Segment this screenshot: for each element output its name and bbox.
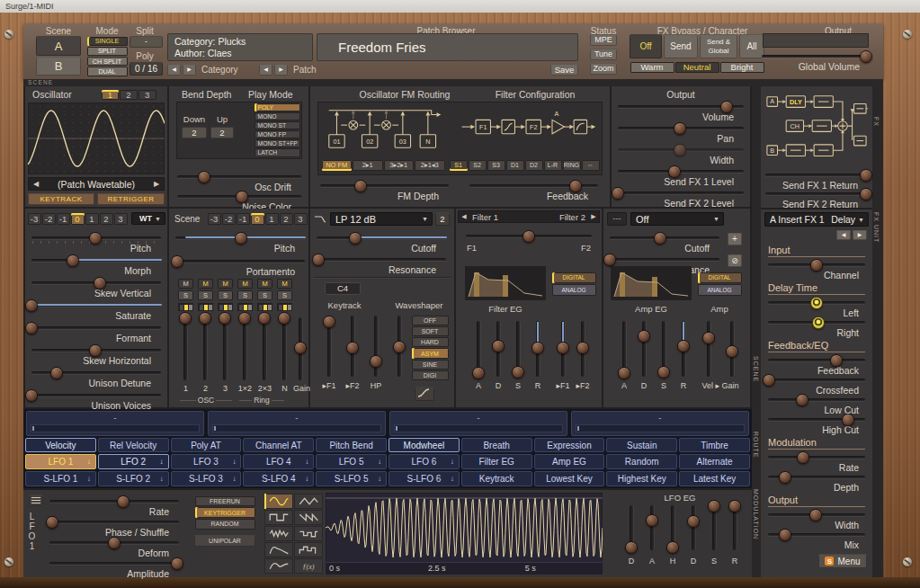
filter2-tab[interactable]: Filter 2 <box>558 212 587 222</box>
solo-button[interactable]: S <box>257 290 272 300</box>
morph-slider[interactable] <box>31 254 162 266</box>
scene-octave-0[interactable]: 0 <box>251 213 264 225</box>
slider-knob[interactable] <box>779 471 791 484</box>
feedback-slider[interactable] <box>469 180 599 192</box>
slider-knob[interactable] <box>830 354 843 367</box>
lfo-shape-saw[interactable] <box>294 510 323 525</box>
osc-tab-3[interactable]: 3 <box>138 90 156 100</box>
slider-knob[interactable] <box>354 180 367 192</box>
rate-slider[interactable] <box>767 451 866 462</box>
mix-slider[interactable] <box>767 529 866 539</box>
channel-slider[interactable] <box>767 259 866 270</box>
formant-slider[interactable] <box>31 322 162 334</box>
lfo-trigger-random[interactable]: RANDOM <box>195 519 255 530</box>
slider-knob[interactable] <box>796 394 808 406</box>
scene-octave-1[interactable]: -1 <box>237 213 250 225</box>
osc-octave-1[interactable]: 1 <box>85 213 99 225</box>
filter-eg-release-slider[interactable] <box>531 320 544 378</box>
character-bright[interactable]: Bright <box>720 62 764 73</box>
mute-button[interactable]: M <box>257 279 272 289</box>
mod-source-lfo-1[interactable]: LFO 1↓ <box>25 454 96 469</box>
mute-button[interactable]: M <box>218 279 233 289</box>
level-slider[interactable] <box>238 316 251 381</box>
mod-source-channel-at[interactable]: Channel AT <box>243 438 314 453</box>
solo-button[interactable]: S <box>237 290 253 300</box>
play-mode-poly[interactable]: POLY <box>255 103 300 111</box>
waveshaper-drive-slider[interactable] <box>393 315 406 378</box>
slider-knob[interactable] <box>278 312 290 325</box>
add-filter-button[interactable]: + <box>728 233 742 245</box>
gain-slider[interactable] <box>294 316 307 381</box>
filter-type-dropdown[interactable]: LP 12 dB ▼ <box>330 212 433 226</box>
next-fx-icon[interactable]: ▶ <box>853 230 867 240</box>
prev-category-icon[interactable]: ◀ <box>167 64 181 76</box>
slider-knob[interactable] <box>657 366 670 379</box>
keytrack-f1-slider[interactable] <box>323 315 335 378</box>
slider-knob[interactable] <box>666 541 679 554</box>
level-slider[interactable] <box>219 316 231 381</box>
mod-source-s-lfo-5[interactable]: S-LFO 5↓ <box>316 471 387 486</box>
keytrack-hp-slider[interactable] <box>370 315 382 378</box>
lfo-eg-sustain-slider[interactable] <box>708 504 720 551</box>
lfo-eg-delay-slider[interactable] <box>625 504 638 551</box>
mod-amount-slider[interactable] <box>31 424 200 432</box>
mod-source-lfo-2[interactable]: LFO 2↓ <box>98 454 169 469</box>
unipolar-button[interactable]: UNIPOLAR <box>194 535 255 547</box>
depth-slider[interactable] <box>767 471 866 482</box>
slider-knob[interactable] <box>603 254 616 266</box>
scene-octave-3[interactable]: -3 <box>208 213 221 225</box>
lfo-shape-triangle[interactable] <box>294 494 323 509</box>
character-warm[interactable]: Warm <box>630 62 674 73</box>
slider-knob[interactable] <box>612 187 624 200</box>
slider-knob[interactable] <box>472 367 485 379</box>
tune-button[interactable]: Tune <box>590 49 617 60</box>
fx-slot-dropdown[interactable]: A Insert FX 1 Delay ▼ <box>764 212 869 227</box>
lfo-eg-release-slider[interactable] <box>728 504 741 551</box>
pitch-slider[interactable] <box>31 232 162 244</box>
slider-knob[interactable] <box>46 516 58 529</box>
slider-knob[interactable] <box>235 232 247 245</box>
noise-color-slider[interactable] <box>176 191 302 202</box>
skew-vertical-slider[interactable] <box>31 277 162 289</box>
lfo-eg-decay-slider[interactable] <box>687 504 700 551</box>
fm-routing-2-1[interactable]: 2▸1 <box>353 160 383 171</box>
unison-voices-slider[interactable] <box>31 389 162 401</box>
amp-eg-mode-analog[interactable]: ANALOG <box>698 284 742 296</box>
slider-knob[interactable] <box>108 537 121 549</box>
slider-knob[interactable] <box>117 495 130 508</box>
scene-b-button[interactable]: B <box>36 57 81 76</box>
filter-route-indicator[interactable] <box>237 303 253 311</box>
fx-bypass-send-global-button[interactable]: Send & Global <box>700 34 737 58</box>
slider-knob[interactable] <box>677 340 690 352</box>
eg-to-f2-slider[interactable] <box>576 320 589 378</box>
filter-eg-mode-analog[interactable]: ANALOG <box>552 284 596 296</box>
play-mode-mono-st-fp[interactable]: MONO ST+FP <box>255 139 300 147</box>
mod-source-breath[interactable]: Breath <box>461 438 532 453</box>
poly-count[interactable]: 0 / 16 <box>130 62 163 76</box>
filter-config-d2[interactable]: D2 <box>525 160 543 171</box>
mod-source-s-lfo-3[interactable]: S-LFO 3↓ <box>171 471 242 486</box>
bend-up-value[interactable]: 2 <box>210 127 234 138</box>
right-slider[interactable] <box>767 316 866 327</box>
level-slider[interactable] <box>278 316 290 381</box>
slider-knob[interactable] <box>687 515 700 528</box>
slider-knob[interactable] <box>625 541 638 554</box>
keytrack-f2-slider[interactable] <box>346 315 359 378</box>
lfo-shape-noise[interactable] <box>264 526 293 541</box>
prev-fx-icon[interactable]: ◀ <box>836 230 851 240</box>
waveshaper-digi[interactable]: DIGI <box>412 370 449 380</box>
mute-button[interactable]: M <box>178 279 193 289</box>
unison-detune-slider[interactable] <box>31 367 162 379</box>
slider-knob[interactable] <box>171 255 183 268</box>
prev-wavetable-icon[interactable]: ◀ <box>28 180 44 188</box>
pan-slider[interactable] <box>617 122 745 134</box>
slider-knob[interactable] <box>50 367 63 379</box>
slider-knob[interactable] <box>89 232 102 245</box>
play-mode-mono-st[interactable]: MONO ST <box>255 121 300 129</box>
slider-knob[interactable] <box>726 345 738 358</box>
keytrack-button[interactable]: KEYTRACK <box>28 193 94 205</box>
filter-subtype-button[interactable]: 2 <box>435 212 450 226</box>
solo-button[interactable]: S <box>198 290 213 300</box>
osc-tab-1[interactable]: 1 <box>102 90 120 100</box>
mod-value-display-1[interactable]: - <box>26 411 204 436</box>
